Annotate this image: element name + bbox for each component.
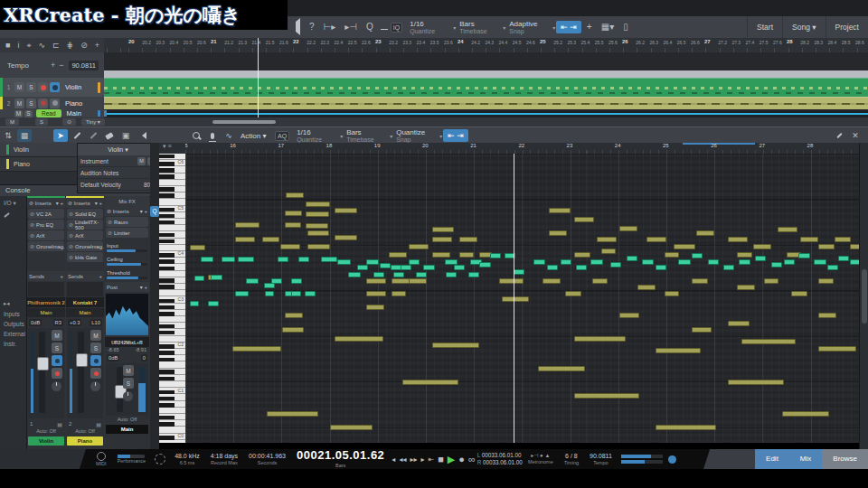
mute-button[interactable]: M bbox=[14, 110, 23, 117]
midi-note[interactable] bbox=[782, 411, 829, 417]
midi-note[interactable] bbox=[696, 230, 714, 236]
editor-playhead[interactable] bbox=[514, 154, 514, 443]
black-key[interactable] bbox=[159, 285, 175, 289]
channel-name-button[interactable]: Main bbox=[106, 425, 148, 434]
black-key[interactable] bbox=[159, 416, 175, 420]
midi-note[interactable] bbox=[665, 252, 679, 258]
record-arm-button[interactable] bbox=[38, 99, 48, 108]
record-button[interactable] bbox=[52, 368, 62, 379]
midi-note[interactable] bbox=[778, 227, 797, 232]
midi-note[interactable] bbox=[818, 313, 836, 318]
seconds-display[interactable]: 00:00:41.963Seconds bbox=[249, 453, 286, 465]
midi-note[interactable] bbox=[291, 278, 302, 284]
black-key[interactable] bbox=[159, 193, 175, 198]
flag-icon[interactable]: ⊏ bbox=[52, 41, 60, 50]
detach-icon[interactable] bbox=[832, 129, 846, 142]
midi-note[interactable] bbox=[590, 259, 603, 265]
post-header[interactable]: Post ▾ + bbox=[105, 282, 149, 292]
midi-note[interactable] bbox=[267, 411, 318, 417]
fast-forward-button[interactable]: ▸▸ bbox=[410, 455, 417, 464]
midi-note[interactable] bbox=[514, 269, 524, 275]
midi-note[interactable] bbox=[479, 262, 491, 267]
insert-slot[interactable]: ⊘ArX bbox=[28, 230, 64, 240]
mute-button[interactable]: M bbox=[137, 157, 146, 165]
midi-note[interactable] bbox=[357, 265, 368, 270]
fader-track[interactable] bbox=[117, 367, 123, 412]
insert-slot[interactable]: ⊘Limiter bbox=[106, 228, 148, 238]
midi-note[interactable] bbox=[432, 252, 450, 258]
loop-range-display[interactable]: L 00033.06.01.00 R 00033.06.01.00 bbox=[477, 452, 523, 465]
monitor-button[interactable] bbox=[52, 355, 62, 366]
piano-keyboard[interactable]: C6C5C4C3C2C1C0 bbox=[159, 154, 185, 443]
rewind-button[interactable]: ◂◂ bbox=[399, 455, 406, 464]
midi-note[interactable] bbox=[549, 208, 571, 213]
disable-icon[interactable]: ⊘ bbox=[80, 41, 88, 50]
device-button[interactable]: UR242MixL+R bbox=[105, 337, 149, 347]
midi-note[interactable] bbox=[337, 259, 351, 265]
black-key[interactable] bbox=[159, 324, 175, 329]
midi-note[interactable] bbox=[818, 244, 835, 249]
midi-note[interactable] bbox=[366, 291, 386, 296]
keyboard-view-icon[interactable]: ▦ bbox=[17, 129, 32, 142]
black-key[interactable] bbox=[159, 233, 175, 238]
automation-lane[interactable] bbox=[104, 109, 868, 117]
track-lane-violin[interactable] bbox=[104, 78, 868, 97]
midi-note[interactable] bbox=[835, 237, 851, 242]
view-edit-button[interactable]: Edit bbox=[755, 449, 789, 469]
automation-mode[interactable]: Auto: Off bbox=[27, 428, 65, 436]
solo-button[interactable]: S bbox=[123, 378, 134, 389]
insert-slot[interactable]: ⊘Solid EQ bbox=[67, 209, 103, 219]
midi-note[interactable] bbox=[393, 272, 404, 277]
midi-note[interactable] bbox=[723, 265, 734, 270]
midi-note[interactable] bbox=[208, 301, 219, 306]
quantize-dropdown[interactable]: 1/16 Quantize bbox=[406, 17, 453, 37]
insert-slot[interactable]: ⊘OzoneImag.. bbox=[67, 241, 103, 251]
midi-note[interactable] bbox=[307, 244, 330, 249]
midi-note[interactable] bbox=[235, 222, 259, 228]
midi-note[interactable] bbox=[222, 257, 235, 262]
black-key[interactable] bbox=[159, 221, 175, 225]
bypass-icon[interactable]: ⊘ bbox=[30, 232, 34, 239]
midi-note[interactable] bbox=[235, 237, 255, 242]
midi-note[interactable] bbox=[597, 237, 617, 242]
midi-note[interactable] bbox=[610, 262, 621, 267]
metronome-controls[interactable]: ▸⊣ ● ▲ Metronome bbox=[528, 453, 553, 465]
mixfx-header[interactable]: Mix FX bbox=[105, 196, 149, 206]
record-notes-icon[interactable] bbox=[205, 129, 220, 142]
arrange-timeline-ruler[interactable]: 2020.220.320.420.520.62121.221.321.421.5… bbox=[104, 38, 868, 52]
tempo-display[interactable]: 90.0811Tempo bbox=[590, 453, 612, 465]
midi-note[interactable] bbox=[280, 244, 300, 249]
output-button[interactable]: Main bbox=[66, 308, 104, 317]
track-name[interactable]: Piano bbox=[65, 99, 104, 108]
midi-note[interactable] bbox=[235, 291, 249, 296]
midi-note[interactable] bbox=[549, 230, 567, 236]
midi-note[interactable] bbox=[305, 291, 316, 296]
audition-notes-row[interactable]: Audition Notes ✓ bbox=[78, 167, 158, 179]
monitor-button[interactable] bbox=[50, 82, 60, 92]
monitor-toggle[interactable] bbox=[668, 455, 676, 464]
midi-note[interactable] bbox=[432, 227, 454, 232]
midi-note[interactable] bbox=[409, 278, 427, 284]
sends-header[interactable]: Sends + bbox=[27, 271, 65, 281]
record-arm-button[interactable] bbox=[38, 82, 48, 92]
midi-note[interactable] bbox=[423, 265, 435, 270]
midi-note[interactable] bbox=[728, 237, 748, 242]
violin-clip[interactable] bbox=[104, 78, 868, 98]
midi-note[interactable] bbox=[298, 257, 309, 262]
midi-note[interactable] bbox=[755, 256, 766, 261]
midi-note[interactable] bbox=[459, 237, 477, 242]
midi-note[interactable] bbox=[201, 257, 213, 262]
instrument-button[interactable]: Kontakt 7 bbox=[66, 297, 104, 307]
midi-note[interactable] bbox=[627, 256, 637, 261]
midi-note[interactable] bbox=[278, 257, 288, 262]
midi-note[interactable] bbox=[674, 244, 695, 249]
eraser-tool[interactable] bbox=[102, 129, 117, 142]
grid-icon[interactable]: ⋕ bbox=[67, 41, 74, 50]
track-name[interactable]: Main bbox=[67, 109, 98, 117]
midi-note[interactable] bbox=[271, 278, 282, 284]
midi-note[interactable] bbox=[291, 291, 301, 296]
midi-note[interactable] bbox=[432, 237, 452, 242]
pencil-tool[interactable] bbox=[70, 129, 84, 142]
midi-note[interactable] bbox=[401, 265, 411, 270]
expand-icons[interactable]: ▸◂ bbox=[4, 300, 26, 307]
